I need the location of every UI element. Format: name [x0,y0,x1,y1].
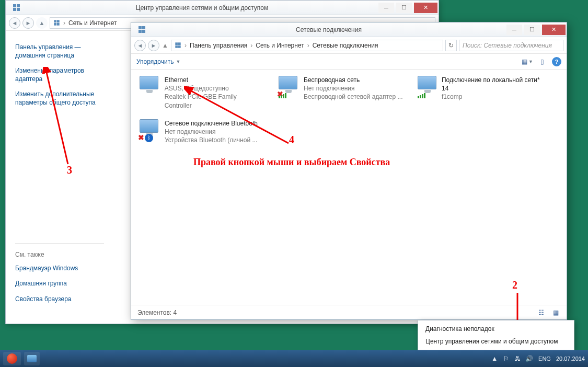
connection-ethernet[interactable]: Ethernet ASUS, Общедоступно Realtek PCIe… [140,76,265,110]
taskbar-app-icon[interactable] [24,352,40,365]
help-icon[interactable]: ? [552,57,561,66]
annotation-number-4: 4 [289,134,294,146]
tiles-view-icon[interactable]: ▦ [551,308,560,317]
preview-pane-icon[interactable]: ▯ [537,57,547,66]
sidebar: Панель управления — домашняя страница Из… [6,31,113,324]
maximize-button[interactable]: ☐ [524,25,540,35]
close-button[interactable]: ✕ [414,3,437,13]
taskbar-clock[interactable]: 20.07.2014 [556,355,585,362]
connection-name: Беспроводная сеть [304,76,403,84]
connection-status: Нет подключения [304,84,403,93]
connection-name: Сетевое подключение Bluetooth [165,119,258,128]
tray-context-menu: Диагностика неполадок Центр управления с… [418,320,574,350]
minimize-button[interactable]: ─ [506,25,522,35]
connection-device: Беспроводной сетевой адаптер ... [304,93,403,101]
sidebar-home[interactable]: Панель управления — домашняя страница [15,43,104,60]
connection-status: f1comp [442,93,543,101]
connections-area: Ethernet ASUS, Общедоступно Realtek PCIe… [131,70,567,305]
forward-button[interactable]: ► [148,40,159,51]
window-title: Сетевые подключения [152,26,505,33]
titlebar[interactable]: Сетевые подключения ─ ☐ ✕ [131,22,567,37]
bluetooth-icon: ᛒ [145,134,153,142]
connection-wireless[interactable]: ✖ Беспроводная сеть Нет подключения Бесп… [279,76,404,110]
address-bar: ◄ ► ▲ › Панель управления › Сеть и Интер… [131,37,567,54]
details-view-icon[interactable]: ☷ [536,308,546,317]
refresh-button[interactable]: ↻ [445,40,457,51]
ctx-troubleshoot[interactable]: Диагностика неполадок [418,323,574,335]
status-bar: Элементов: 4 ☷ ▦ [131,305,567,319]
breadcrumb[interactable]: › Панель управления › Сеть и Интернет › … [171,40,443,51]
up-button[interactable]: ▲ [36,17,48,29]
chevron-down-icon: ▼ [176,59,180,64]
forward-button[interactable]: ► [22,17,34,29]
annotation-number-2: 2 [512,279,517,291]
organize-button[interactable]: Упорядочить [136,58,174,65]
sidebar-sharing-settings[interactable]: Изменить дополнительные параметры общего… [15,90,104,107]
network-adapter-icon [418,76,437,97]
crumb-item[interactable]: Сеть и Интернет [68,19,117,27]
tray-flag-icon[interactable]: ⚐ [502,354,510,363]
crumb-network[interactable]: Сеть и Интернет [256,42,304,49]
connection-name: Ethernet [165,76,265,84]
minimize-button[interactable]: ─ [378,3,394,13]
window-title: Центр управления сетями и общим доступом [27,4,377,12]
connection-name: Подключение по локальной сети* 14 [442,76,543,93]
taskbar: ▲ ⚐ 🖧 🔊 ENG 20.07.2014 [0,350,588,367]
maximize-button[interactable]: ☐ [396,3,412,13]
language-indicator[interactable]: ENG [538,355,551,362]
crumb-control-panel[interactable]: Панель управления [190,42,247,49]
wireless-adapter-icon: ✖ [279,76,299,97]
connection-status: Нет подключения [165,128,258,136]
taskbar-date: 20.07.2014 [556,355,585,362]
tray-network-icon[interactable]: 🖧 [513,354,522,363]
network-adapter-icon [140,76,160,97]
annotation-main-text: Правой кнопкой мыши и выбираем Свойства [193,157,390,168]
disconnected-icon: ✖ [138,133,144,142]
back-button[interactable]: ◄ [134,40,146,51]
tray-chevron-icon[interactable]: ▲ [490,354,499,363]
start-button[interactable] [3,352,21,365]
connection-lan14[interactable]: Подключение по локальной сети* 14 f1comp [418,76,543,110]
system-icon [131,26,152,33]
system-tray[interactable]: ▲ ⚐ 🖧 🔊 [490,354,533,363]
sidebar-browser[interactable]: Свойства браузера [15,295,104,304]
opera-icon [7,353,17,364]
connection-device: Realtek PCIe GBE Family Controller [165,93,265,109]
view-thumbnails-icon[interactable]: ▦▼ [523,57,532,66]
window-network-connections: Сетевые подключения ─ ☐ ✕ ◄ ► ▲ › Панель… [131,22,567,320]
sidebar-adapter-settings[interactable]: Изменение параметров адаптера [15,67,104,83]
annotation-number-3: 3 [67,164,72,176]
close-button[interactable]: ✕ [542,25,566,35]
back-button[interactable]: ◄ [9,17,20,29]
connection-device: Устройства Bluetooth (личной ... [165,136,258,144]
status-text: Элементов: 4 [137,309,177,316]
crumb-connections[interactable]: Сетевые подключения [313,42,378,49]
sidebar-see-also: См. также [15,251,104,258]
sidebar-firewall[interactable]: Брандмауэр Windows [15,265,104,273]
up-button[interactable]: ▲ [162,42,169,49]
bluetooth-adapter-icon: ✖ ᛒ [140,119,160,140]
connection-bluetooth[interactable]: ✖ ᛒ Сетевое подключение Bluetooth Нет по… [140,119,275,145]
sidebar-homegroup[interactable]: Домашняя группа [15,280,104,288]
system-icon [6,4,27,11]
toolbar: Упорядочить ▼ ▦▼ ▯ ? [131,54,567,70]
search-input[interactable]: Поиск: Сетевые подключения [459,40,563,51]
ctx-network-center[interactable]: Центр управления сетями и общим доступом [418,335,574,348]
titlebar[interactable]: Центр управления сетями и общим доступом… [6,1,439,15]
tray-volume-icon[interactable]: 🔊 [525,354,533,363]
connection-status: ASUS, Общедоступно [165,84,265,93]
